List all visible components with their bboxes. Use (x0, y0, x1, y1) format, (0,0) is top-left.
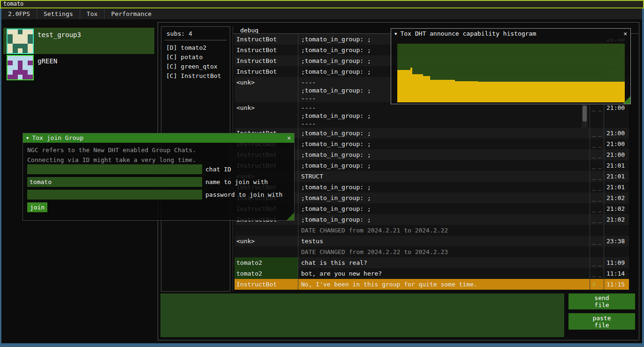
message-text: ;tomato_in_group: ; (298, 128, 590, 139)
message-row[interactable]: tomato2chat is this real?__11:09 (235, 257, 629, 268)
flag: _ (598, 139, 602, 149)
flag: _ (598, 103, 602, 128)
dht-histogram-window: ▼ Tox DHT announce capability histogram … (391, 28, 631, 104)
message-flags: __ (590, 214, 604, 225)
message-flags: __ (590, 193, 604, 203)
scrollbar-thumb[interactable] (583, 106, 587, 122)
send-file-button[interactable]: send file (568, 293, 635, 309)
subs-count-label: subs: 4 (167, 30, 192, 37)
avatar-pixel (8, 44, 13, 48)
avatar-pixel (23, 61, 28, 65)
avatar-pixel (23, 70, 28, 75)
avatar-pixel (13, 48, 18, 53)
message-input[interactable] (160, 293, 564, 337)
message-row[interactable]: InstructBotNo, I've been in this group f… (235, 279, 629, 290)
window-frame-right (642, 8, 644, 343)
group-item-green[interactable]: gREEN (3, 54, 154, 80)
date-changed-text: DATE CHANGED from 2024.2.21 to 2024.2.22 (298, 225, 590, 236)
message-text: ;tomato_in_group: ; (298, 203, 590, 214)
histogram-bar (455, 81, 478, 102)
flag: _ (592, 139, 596, 149)
group-avatar (7, 29, 34, 54)
menu-item-performance[interactable]: Performance (105, 9, 158, 19)
flag: _ (598, 171, 602, 182)
message-timestamp: 23:38 (604, 236, 627, 247)
group-name: gREEN (38, 57, 57, 65)
join-button[interactable]: join (27, 202, 47, 212)
menu-item-tox[interactable]: Tox (80, 9, 104, 19)
message-timestamp: 21:02 (604, 203, 627, 214)
message-text: ---- ;tomato_in_group: ; ---- (298, 102, 590, 128)
message-text: No, I've been in this group for quite so… (298, 279, 590, 290)
avatar-pixel (23, 56, 28, 61)
histogram-bar (412, 74, 423, 102)
avatar-pixel (18, 56, 23, 61)
avatar-pixel (28, 56, 33, 61)
avatar-pixel (13, 70, 18, 75)
tab-debug[interactable]: debug (240, 27, 258, 34)
menu-item-2-0fps[interactable]: 2.0FPS (1, 9, 37, 19)
close-icon[interactable]: ✕ (623, 29, 627, 39)
join-window-titlebar[interactable]: ▼ Tox join Group ✕ (23, 133, 294, 143)
avatar-pixel (28, 34, 33, 39)
message-flags (590, 225, 604, 236)
member-item-tomato2[interactable]: [D] tomato2 (166, 43, 221, 53)
avatar-pixel (13, 56, 18, 61)
avatar-pixel (8, 39, 13, 44)
window-title: tomato (3, 0, 23, 7)
member-item-potato[interactable]: [C] potato (166, 53, 221, 62)
avatar-pixel (23, 75, 28, 79)
join-name-field[interactable]: tomato (27, 177, 202, 187)
message-sender: InstructBot (235, 66, 298, 77)
paste-file-button[interactable]: paste file (568, 313, 635, 330)
message-timestamp: 21:01 (604, 171, 627, 182)
group-item-test_group3[interactable]: test_group3 (3, 28, 154, 54)
date-row[interactable]: DATE CHANGED from 2024.2.21 to 2024.2.22 (235, 225, 629, 236)
chat-scrollbar[interactable] (582, 104, 588, 128)
avatar-pixel (8, 70, 13, 75)
message-flags: __ (590, 203, 604, 214)
message-timestamp: 21:00 (604, 139, 627, 149)
message-sender: InstructBot (235, 279, 298, 290)
flag: _ (598, 150, 602, 160)
avatar-pixel (13, 39, 18, 44)
message-flags: d_ (590, 279, 604, 290)
message-row[interactable]: tomato2bot, are you new here?__11:14 (235, 268, 629, 279)
avatar-pixel (28, 61, 33, 65)
flag: _ (598, 279, 602, 290)
avatar-pixel (28, 65, 33, 70)
resize-grip[interactable] (623, 96, 630, 104)
message-timestamp (604, 247, 627, 257)
collapse-icon[interactable]: ▼ (394, 29, 397, 39)
avatar-pixel (18, 44, 23, 48)
flag: _ (592, 103, 596, 128)
message-text: ;tomato_in_group: ; (298, 182, 590, 193)
chat-id-field[interactable] (27, 164, 202, 174)
menu-item-settings[interactable]: Settings (37, 9, 80, 19)
message-flags: __ (590, 257, 604, 268)
separator (165, 40, 227, 40)
flag: _ (592, 128, 596, 139)
avatar-pixel (28, 39, 33, 44)
message-timestamp: 21:00 (604, 149, 627, 160)
flag: _ (592, 150, 596, 160)
avatar-pixel (23, 30, 28, 34)
avatar-pixel (8, 34, 13, 39)
collapse-icon[interactable]: ▼ (26, 133, 29, 143)
avatar-pixel (8, 48, 13, 53)
date-row[interactable]: DATE CHANGED from 2024.2.22 to 2024.2.23 (235, 247, 629, 257)
flag: _ (598, 269, 602, 279)
avatar-pixel (18, 61, 23, 65)
histogram-window-titlebar[interactable]: ▼ Tox DHT announce capability histogram … (391, 29, 630, 39)
message-timestamp: 21:00 (604, 128, 627, 139)
flag: _ (592, 236, 596, 247)
message-row[interactable]: <unk>testus__23:38 (235, 236, 629, 247)
message-row[interactable]: <unk>---- ;tomato_in_group: ; ----__21:0… (235, 102, 629, 128)
resize-grip[interactable] (287, 213, 294, 220)
close-icon[interactable]: ✕ (287, 133, 291, 143)
join-password-label: password to join with (205, 190, 282, 200)
join-password-field[interactable] (27, 190, 202, 200)
member-item-instructbot[interactable]: [C] InstructBot (166, 71, 221, 81)
message-sender: <unk> (235, 236, 298, 247)
member-item-green_qtox[interactable]: [C] green_qtox (166, 62, 221, 71)
